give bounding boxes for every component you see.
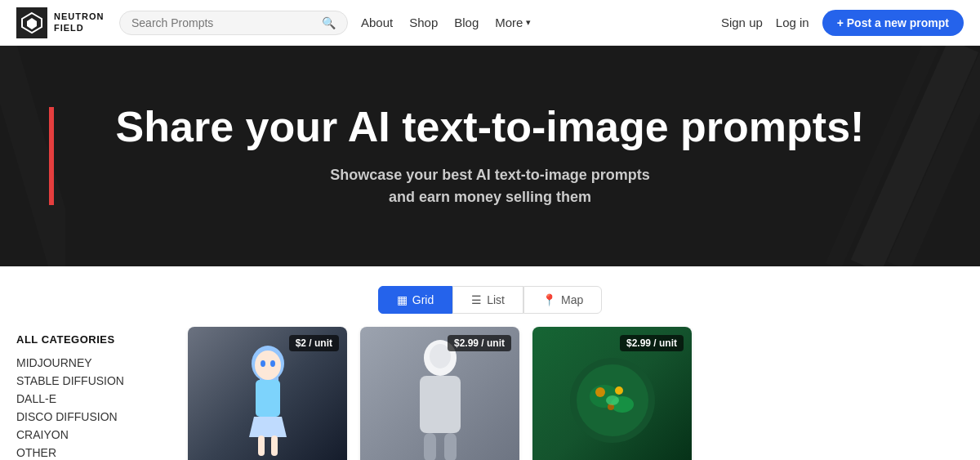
product-image-2: $2.99 / unit: [360, 327, 519, 460]
login-link[interactable]: Log in: [776, 16, 809, 29]
list-view-button[interactable]: ☰ List: [452, 286, 523, 314]
hero-red-accent: [49, 107, 54, 205]
main-content: ALL CATEGORIES MIDJOURNEY STABLE DIFFUSI…: [0, 327, 980, 460]
map-view-button[interactable]: 📍 Map: [523, 286, 602, 314]
hero-section: Share your AI text-to-image prompts! Sho…: [0, 46, 980, 266]
product-card-1[interactable]: $2 / unit 3D Girl Boy figure D Dear_Hell…: [188, 327, 347, 460]
view-toggle-row: ▦ Grid ☰ List 📍 Map: [0, 286, 980, 314]
search-bar: 🔍: [119, 11, 348, 35]
svg-point-11: [270, 360, 275, 367]
svg-rect-18: [424, 433, 436, 460]
sidebar-item-dalle[interactable]: DALL-E: [16, 390, 163, 408]
sidebar-item-stable-diffusion[interactable]: STABLE DIFFUSION: [16, 372, 163, 390]
product-card-3[interactable]: $2.99 / unit Realistic Meals Photos From…: [532, 327, 692, 460]
product-grid: $2 / unit 3D Girl Boy figure D Dear_Hell…: [188, 327, 964, 460]
chevron-down-icon: ▾: [526, 17, 531, 28]
price-badge-1: $2 / unit: [289, 335, 339, 351]
food-svg: [564, 351, 662, 449]
svg-point-9: [255, 351, 281, 380]
svg-marker-13: [249, 417, 287, 437]
hero-stripes-left: [0, 46, 65, 266]
nav-link-blog[interactable]: Blog: [454, 16, 479, 29]
svg-rect-15: [271, 435, 278, 456]
navbar: NEUTRON FIELD 🔍 About Shop Blog More ▾ S…: [0, 0, 980, 46]
logo-svg: [20, 11, 43, 34]
list-icon: ☰: [471, 293, 482, 306]
nav-link-about[interactable]: About: [361, 16, 393, 29]
hero-content: Share your AI text-to-image prompts! Sho…: [116, 104, 865, 208]
logo-icon: [16, 7, 47, 38]
sidebar-title: ALL CATEGORIES: [16, 333, 163, 346]
svg-point-10: [261, 360, 265, 367]
price-badge-3: $2.99 / unit: [620, 335, 684, 351]
grid-icon: ▦: [397, 293, 408, 306]
logo[interactable]: NEUTRON FIELD: [16, 7, 106, 38]
sidebar-item-craiyon[interactable]: CRAIYON: [16, 426, 163, 444]
svg-line-5: [0, 46, 65, 266]
hero-title: Share your AI text-to-image prompts!: [116, 104, 865, 150]
svg-rect-19: [444, 433, 457, 460]
sidebar-item-midjourney[interactable]: MIDJOURNEY: [16, 354, 163, 372]
svg-rect-17: [420, 376, 461, 433]
svg-point-26: [595, 387, 605, 397]
signup-link[interactable]: Sign up: [721, 16, 763, 29]
svg-marker-1: [27, 18, 37, 29]
price-badge-2: $2.99 / unit: [448, 335, 511, 351]
search-icon: 🔍: [322, 16, 336, 29]
product-card-2[interactable]: $2.99 / unit Realistic Mockups For Pod G…: [360, 327, 519, 460]
grid-view-button[interactable]: ▦ Grid: [378, 286, 452, 314]
person-svg: [399, 335, 481, 460]
svg-point-27: [615, 386, 623, 395]
anime-figure-svg: [231, 339, 305, 460]
nav-right: Sign up Log in + Post a new prompt: [721, 10, 964, 36]
hero-subtitle: Showcase your best AI text-to-image prom…: [116, 164, 865, 208]
nav-link-shop[interactable]: Shop: [409, 16, 438, 29]
map-icon: 📍: [542, 293, 556, 306]
sidebar-item-disco-diffusion[interactable]: DISCO DIFFUSION: [16, 408, 163, 426]
svg-point-29: [606, 395, 619, 405]
sidebar: ALL CATEGORIES MIDJOURNEY STABLE DIFFUSI…: [16, 327, 163, 460]
svg-rect-14: [258, 435, 265, 456]
nav-links: About Shop Blog More ▾: [361, 16, 708, 29]
post-prompt-button[interactable]: + Post a new prompt: [822, 10, 964, 36]
svg-rect-12: [256, 380, 280, 417]
product-image-1: $2 / unit: [188, 327, 347, 460]
search-input[interactable]: [131, 16, 315, 29]
nav-link-more[interactable]: More ▾: [495, 16, 531, 29]
logo-text: NEUTRON FIELD: [54, 11, 104, 33]
product-image-3: $2.99 / unit: [532, 327, 692, 460]
sidebar-item-other[interactable]: OTHER: [16, 444, 163, 460]
